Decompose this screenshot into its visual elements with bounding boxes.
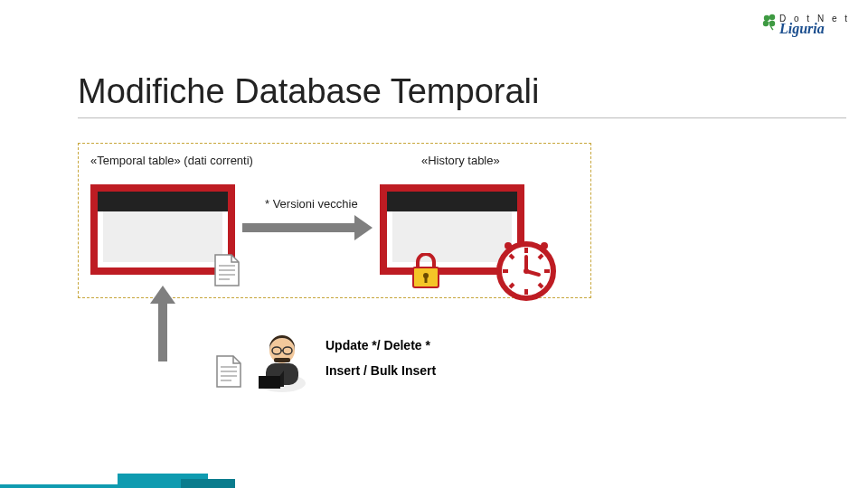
brand-line2: Liguria (779, 22, 850, 36)
svg-line-20 (510, 284, 514, 287)
svg-rect-36 (274, 358, 290, 362)
svg-point-1 (769, 14, 775, 20)
insert-arrow-icon (150, 286, 175, 361)
svg-point-26 (541, 242, 548, 249)
document-icon (215, 354, 242, 389)
document-icon (213, 253, 241, 287)
svg-point-25 (505, 242, 512, 249)
db-header (98, 192, 228, 211)
clock-icon (494, 239, 559, 304)
svg-point-0 (764, 15, 769, 21)
footer-accent (0, 474, 868, 488)
svg-rect-4 (242, 223, 354, 232)
versions-label: * Versioni vecchie (265, 197, 358, 211)
user-icon (255, 331, 309, 394)
versions-arrow-icon (242, 215, 373, 240)
svg-line-18 (510, 255, 514, 258)
svg-rect-28 (158, 304, 167, 361)
temporal-table-label: «Temporal table» (dati correnti) (90, 154, 253, 167)
svg-rect-43 (181, 479, 235, 488)
insert-label: Insert / Bulk Insert (326, 363, 436, 378)
brand-logo: D o t N e t Liguria (779, 14, 850, 36)
svg-marker-27 (150, 286, 175, 304)
svg-line-21 (539, 284, 542, 287)
svg-point-2 (763, 21, 769, 26)
db-body (103, 211, 222, 262)
update-delete-label: Update */ Delete * (326, 338, 430, 352)
title-underline (78, 117, 846, 118)
svg-marker-5 (354, 215, 373, 240)
db-header (387, 192, 517, 211)
svg-line-19 (539, 255, 542, 258)
slide-title: Modifiche Database Temporali (78, 72, 539, 117)
svg-rect-12 (425, 277, 428, 283)
svg-rect-40 (259, 376, 280, 389)
clover-icon (761, 13, 779, 31)
history-table-label: «History table» (421, 154, 500, 167)
lock-icon (410, 253, 441, 289)
